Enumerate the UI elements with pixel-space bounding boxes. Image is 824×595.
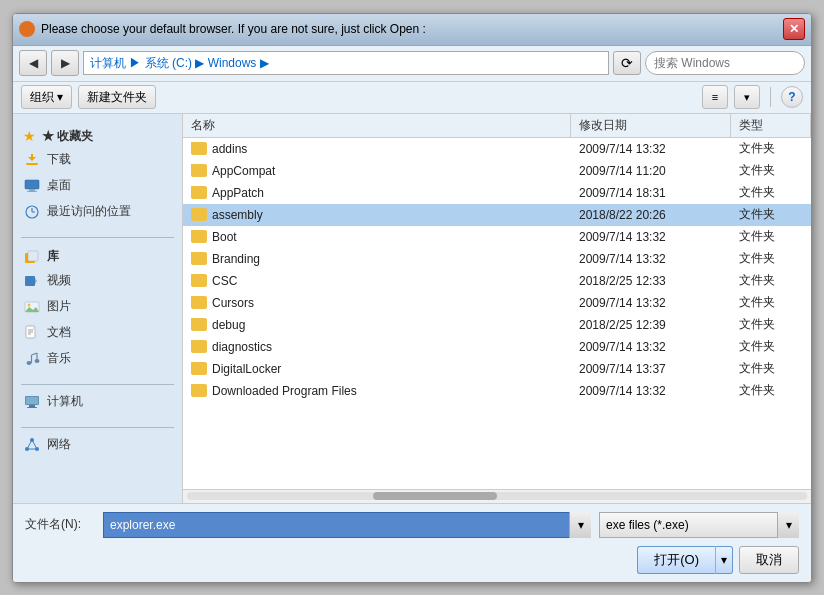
file-type-cell: 文件夹 [731, 338, 811, 355]
file-date-cell: 2009/7/14 13:32 [571, 296, 731, 310]
filetype-select[interactable]: exe files (*.exe) [599, 512, 799, 538]
toolbar-separator [770, 87, 771, 107]
file-date-cell: 2009/7/14 18:31 [571, 186, 731, 200]
open-button-wrapper: 打开(O) ▾ [637, 546, 733, 574]
col-header-name[interactable]: 名称 [183, 114, 571, 137]
file-type-cell: 文件夹 [731, 206, 811, 223]
file-name-text: addins [212, 142, 247, 156]
file-type-cell: 文件夹 [731, 184, 811, 201]
help-button[interactable]: ? [781, 86, 803, 108]
table-row[interactable]: AppCompat2009/7/14 11:20文件夹 [183, 160, 811, 182]
file-date-cell: 2009/7/14 13:32 [571, 252, 731, 266]
search-input[interactable] [654, 56, 804, 70]
filename-row: 文件名(N): ▾ exe files (*.exe) ▾ [25, 512, 799, 538]
file-name-cell: addins [183, 142, 571, 156]
organize-button[interactable]: 组织 ▾ [21, 85, 72, 109]
refresh-button[interactable]: ⟳ [613, 51, 641, 75]
path-text: 计算机 ▶ 系统 (C:) ▶ Windows ▶ [90, 55, 269, 72]
sidebar-item-music[interactable]: 音乐 [13, 346, 182, 372]
search-box[interactable] [645, 51, 805, 75]
table-row[interactable]: CSC2018/2/25 12:33文件夹 [183, 270, 811, 292]
open-split-arrow[interactable]: ▾ [715, 546, 733, 574]
folder-icon [191, 252, 207, 265]
main-area: ★ ★ 收藏夹 下载 桌面 [13, 114, 811, 503]
network-icon [23, 436, 41, 454]
table-row[interactable]: addins2009/7/14 13:32文件夹 [183, 138, 811, 160]
table-row[interactable]: DigitalLocker2009/7/14 13:37文件夹 [183, 358, 811, 380]
computer-section: 计算机 [13, 389, 182, 415]
favorites-star-icon: ★ [23, 128, 36, 144]
file-date-cell: 2018/2/25 12:33 [571, 274, 731, 288]
svg-point-27 [35, 359, 40, 363]
file-name-text: assembly [212, 208, 263, 222]
sidebar-item-image[interactable]: 图片 [13, 294, 182, 320]
h-scroll-thumb [373, 492, 497, 500]
table-row[interactable]: AppPatch2009/7/14 18:31文件夹 [183, 182, 811, 204]
file-type-cell: 文件夹 [731, 294, 811, 311]
network-section: 网络 [13, 432, 182, 458]
music-icon [23, 350, 41, 368]
folder-icon [191, 186, 207, 199]
back-button[interactable]: ◀ [19, 50, 47, 76]
close-button[interactable]: ✕ [783, 18, 805, 40]
folder-icon [191, 274, 207, 287]
table-row[interactable]: Cursors2009/7/14 13:32文件夹 [183, 292, 811, 314]
download-icon [23, 151, 41, 169]
file-type-cell: 文件夹 [731, 360, 811, 377]
col-header-date[interactable]: 修改日期 [571, 114, 731, 137]
favorites-header: ★ ★ 收藏夹 [13, 122, 182, 147]
svg-rect-29 [26, 397, 38, 404]
filename-input-wrapper: ▾ [103, 512, 591, 538]
h-scrollbar[interactable] [183, 489, 811, 503]
sidebar-item-download[interactable]: 下载 [13, 147, 182, 173]
sidebar-divider-1 [21, 237, 174, 238]
file-name-cell: Cursors [183, 296, 571, 310]
col-header-type[interactable]: 类型 [731, 114, 811, 137]
table-row[interactable]: Downloaded Program Files2009/7/14 13:32文… [183, 380, 811, 402]
table-row[interactable]: Boot2009/7/14 13:32文件夹 [183, 226, 811, 248]
sidebar-item-recent[interactable]: 最近访问的位置 [13, 199, 182, 225]
svg-rect-13 [25, 276, 35, 286]
folder-icon [191, 296, 207, 309]
folder-icon [191, 164, 207, 177]
sidebar-item-computer[interactable]: 计算机 [13, 389, 182, 415]
folder-icon [191, 208, 207, 221]
sidebar-item-video[interactable]: 视频 [13, 268, 182, 294]
table-row[interactable]: assembly2018/8/22 20:26文件夹 [183, 204, 811, 226]
sidebar-divider-3 [21, 427, 174, 428]
image-label: 图片 [47, 298, 71, 315]
sidebar-item-doc[interactable]: 文档 [13, 320, 182, 346]
table-row[interactable]: debug2018/2/25 12:39文件夹 [183, 314, 811, 336]
file-type-cell: 文件夹 [731, 272, 811, 289]
file-type-cell: 文件夹 [731, 250, 811, 267]
address-path[interactable]: 计算机 ▶ 系统 (C:) ▶ Windows ▶ [83, 51, 609, 75]
svg-marker-14 [35, 278, 37, 284]
open-button[interactable]: 打开(O) [637, 546, 715, 574]
buttons-row: 打开(O) ▾ 取消 [25, 546, 799, 574]
sidebar-item-network[interactable]: 网络 [13, 432, 182, 458]
svg-line-36 [32, 440, 37, 449]
video-label: 视频 [47, 272, 71, 289]
svg-line-35 [27, 440, 32, 449]
folder-icon [191, 230, 207, 243]
file-name-cell: diagnostics [183, 340, 571, 354]
new-folder-button[interactable]: 新建文件夹 [78, 85, 156, 109]
forward-button[interactable]: ▶ [51, 50, 79, 76]
cancel-button[interactable]: 取消 [739, 546, 799, 574]
svg-point-23 [27, 361, 32, 365]
sidebar-item-desktop[interactable]: 桌面 [13, 173, 182, 199]
file-name-cell: Branding [183, 252, 571, 266]
file-name-cell: CSC [183, 274, 571, 288]
view-button[interactable]: ≡ [702, 85, 728, 109]
table-row[interactable]: Branding2009/7/14 13:32文件夹 [183, 248, 811, 270]
view-toggle[interactable]: ▾ [734, 85, 760, 109]
file-name-text: Downloaded Program Files [212, 384, 357, 398]
library-section: 库 视频 图片 文档 [13, 242, 182, 372]
svg-rect-12 [28, 251, 38, 261]
filename-dropdown-arrow[interactable]: ▾ [569, 512, 591, 538]
file-date-cell: 2018/8/22 20:26 [571, 208, 731, 222]
filename-input[interactable] [103, 512, 591, 538]
table-row[interactable]: diagnostics2009/7/14 13:32文件夹 [183, 336, 811, 358]
desktop-icon [23, 177, 41, 195]
file-date-cell: 2009/7/14 13:32 [571, 340, 731, 354]
